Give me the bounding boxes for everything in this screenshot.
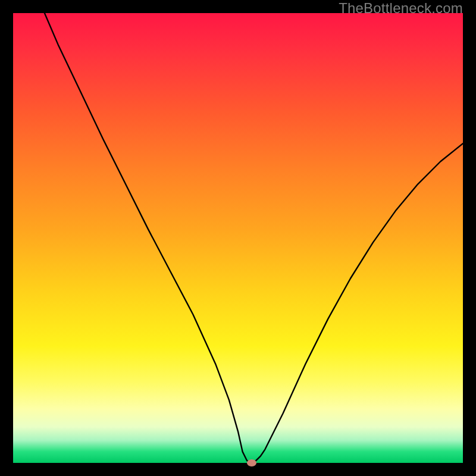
chart-frame: TheBottleneck.com bbox=[0, 0, 476, 476]
bottleneck-curve bbox=[45, 13, 463, 463]
plot-area bbox=[13, 13, 463, 463]
min-marker bbox=[247, 459, 256, 466]
curve-svg bbox=[13, 13, 463, 463]
